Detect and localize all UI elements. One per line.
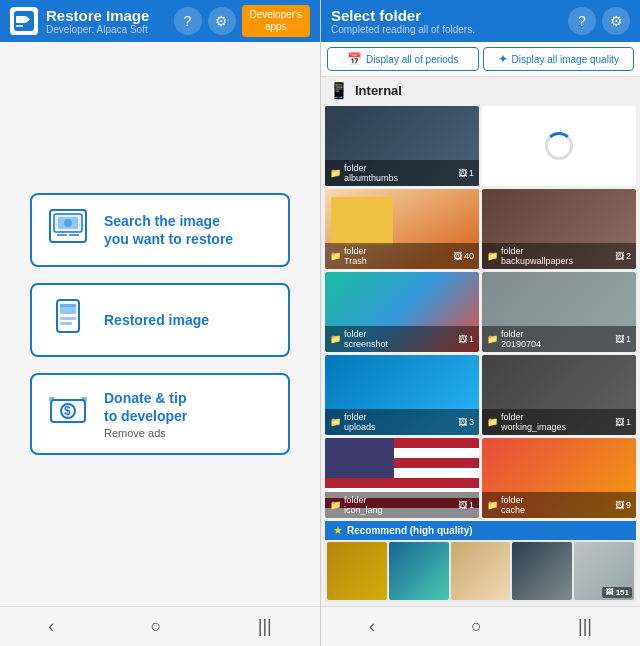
calendar-icon: 📅 [347,52,362,66]
dev-apps-button[interactable]: Developer'sapps [242,5,311,37]
periods-filter-button[interactable]: 📅 Display all of periods [327,47,479,71]
right-title: Select folder [331,7,475,24]
recent-button[interactable]: ||| [246,612,284,641]
folder-overlay-albumthumbs: 📁 folderalbumthumbs 🖼1 [325,160,479,186]
folder-icon-uploads: 📁 [330,417,341,427]
folder-icon-backupwallpapers: 📁 [487,251,498,261]
recommend-bar: ★ Recommend (high quality) [325,521,636,540]
loading-spinner [545,132,573,160]
folder-item-trash[interactable]: 📁 folderTrash 🖼40 [325,189,479,269]
folder-name-cache: foldercache [501,495,525,515]
image-icon-albumthumbs: 🖼 [458,168,467,178]
recommend-section: ★ Recommend (high quality) 🖼 151 [325,521,636,602]
right-panel: Select folder Completed reading all of f… [320,0,640,646]
recommend-thumb-4 [512,542,572,600]
donate-card-content: Donate & tipto developer Remove ads [104,389,187,439]
home-button[interactable]: ○ [139,612,174,641]
svg-rect-14 [60,322,72,325]
recommend-thumbs: 🖼 151 [325,540,636,602]
section-name: Internal [355,83,402,98]
folder-item-albumthumbs[interactable]: 📁 folderalbumthumbs 🖼1 [325,106,479,186]
folder-overlay-screenshot: 📁 folderscreenshot 🖼1 [325,326,479,352]
folder-count-working-images: 🖼1 [615,417,631,427]
folder-item-loading[interactable] [482,106,636,186]
right-help-button[interactable]: ? [568,7,596,35]
image-icon-backupwallpapers: 🖼 [615,251,624,261]
folder-overlay-20190704: 📁 folder20190704 🖼1 [482,326,636,352]
folder-name-20190704: folder20190704 [501,329,541,349]
folder-item-backupwallpapers[interactable]: 📁 folderbackupwallpapers 🖼2 [482,189,636,269]
image-icon-20190704: 🖼 [615,334,624,344]
folder-grid-container: 📁 folderalbumthumbs 🖼1 [321,104,640,606]
folder-icon-20190704: 📁 [487,334,498,344]
folder-item-cache[interactable]: 📁 foldercache 🖼9 [482,438,636,518]
folder-item-20190704[interactable]: 📁 folder20190704 🖼1 [482,272,636,352]
svg-rect-1 [16,16,26,23]
restored-icon [48,299,88,341]
folder-name-screenshot: folderscreenshot [344,329,388,349]
folder-overlay-backupwallpapers: 📁 folderbackupwallpapers 🖼2 [482,243,636,269]
search-card[interactable]: Search the imageyou want to restore [30,193,290,267]
folder-name-working-images: folderworking_images [501,412,566,432]
filter-bar: 📅 Display all of periods ✦ Display all i… [321,42,640,77]
folder-count-20190704: 🖼1 [615,334,631,344]
folder-overlay-cache: 📁 foldercache 🖼9 [482,492,636,518]
folder-icon-screenshot: 📁 [330,334,341,344]
left-nav: ‹ ○ ||| [0,606,320,646]
recommend-label: Recommend (high quality) [347,525,473,536]
folder-count-backupwallpapers: 🖼2 [615,251,631,261]
phone-icon: 📱 [329,81,349,100]
right-recent-button[interactable]: ||| [566,612,604,641]
folder-item-uploads[interactable]: 📁 folderuploads 🖼3 [325,355,479,435]
folder-overlay-working-images: 📁 folderworking_images 🖼1 [482,409,636,435]
donate-card[interactable]: $ Donate & tipto developer Remove ads [30,373,290,455]
folder-count-albumthumbs: 🖼1 [458,168,474,178]
folder-name-albumthumbs: folderalbumthumbs [344,163,398,183]
left-header-actions: ? ⚙ Developer'sapps [174,5,311,37]
quality-filter-label: Display all image quality [512,54,619,65]
svg-text:$: $ [64,404,71,418]
folder-icon-cache: 📁 [487,500,498,510]
folder-count-screenshot: 🖼1 [458,334,474,344]
right-back-button[interactable]: ‹ [357,612,387,641]
recommend-thumb-2 [389,542,449,600]
folder-icon-icon-lang: 📁 [330,500,341,510]
search-card-text: Search the imageyou want to restore [104,212,233,248]
donate-icon: $ [48,393,88,435]
right-subtitle: Completed reading all of folders. [331,24,475,35]
left-header: Restore Image Developer: Alpaca Soft ? ⚙… [0,0,320,42]
folder-item-icon-lang[interactable]: 📁 foldericon_lang 🖼1 [325,438,479,518]
left-content: Search the imageyou want to restore Rest… [0,42,320,606]
recommend-count: 🖼 151 [602,587,632,598]
star-icon: ★ [333,524,343,537]
recommend-thumb-1 [327,542,387,600]
folder-icon-albumthumbs: 📁 [330,168,341,178]
restored-card-text: Restored image [104,311,209,329]
periods-filter-label: Display all of periods [366,54,458,65]
folder-item-screenshot[interactable]: 📁 folderscreenshot 🖼1 [325,272,479,352]
image-icon-uploads: 🖼 [458,417,467,427]
right-header-text: Select folder Completed reading all of f… [331,7,475,35]
help-button[interactable]: ? [174,7,202,35]
folder-name-icon-lang: foldericon_lang [344,495,383,515]
folder-item-working-images[interactable]: 📁 folderworking_images 🖼1 [482,355,636,435]
quality-filter-button[interactable]: ✦ Display all image quality [483,47,635,71]
svg-rect-20 [81,397,87,401]
folder-overlay-uploads: 📁 folderuploads 🖼3 [325,409,479,435]
image-icon-icon-lang: 🖼 [458,500,467,510]
left-header-title-block: Restore Image Developer: Alpaca Soft [46,7,166,35]
right-nav: ‹ ○ ||| [321,606,640,646]
right-home-button[interactable]: ○ [459,612,494,641]
settings-button[interactable]: ⚙ [208,7,236,35]
restored-card[interactable]: Restored image [30,283,290,357]
right-settings-button[interactable]: ⚙ [602,7,630,35]
recommend-thumb-3 [451,542,511,600]
app-title: Restore Image [46,7,166,24]
quality-icon: ✦ [498,52,508,66]
folder-count-trash: 🖼40 [453,251,474,261]
folder-name-uploads: folderuploads [344,412,376,432]
svg-rect-15 [60,304,76,307]
folder-overlay-icon-lang: 📁 foldericon_lang 🖼1 [325,492,479,518]
svg-rect-19 [49,397,55,401]
back-button[interactable]: ‹ [36,612,66,641]
